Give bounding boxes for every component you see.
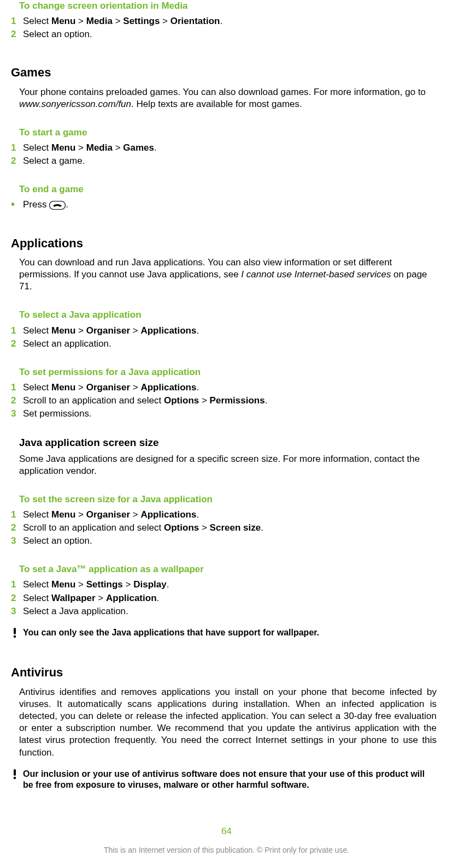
heading-applications: Applications bbox=[11, 236, 437, 252]
heading-java-screen-size: Java application screen size bbox=[19, 436, 437, 450]
step-text: Scroll to an application and select Opti… bbox=[23, 522, 437, 534]
step-row: 3 Select an option. bbox=[19, 535, 437, 547]
heading-antivirus: Antivirus bbox=[11, 665, 437, 681]
step-number: 1 bbox=[11, 325, 23, 337]
step-number: 1 bbox=[11, 509, 23, 521]
step-text: Select Wallpaper > Application. bbox=[23, 592, 437, 604]
step-number: 2 bbox=[11, 28, 23, 40]
step-text: Scroll to an application and select Opti… bbox=[23, 395, 437, 407]
step-row: 2 Scroll to an application and select Op… bbox=[19, 522, 437, 534]
step-text: Select Menu > Organiser > Applications. bbox=[23, 509, 437, 521]
bullet-icon: • bbox=[11, 199, 23, 211]
step-row: 2 Scroll to an application and select Op… bbox=[19, 395, 437, 407]
games-link: www.sonyericsson.com/fun bbox=[19, 99, 131, 109]
step-number: 2 bbox=[11, 395, 23, 407]
important-icon bbox=[11, 627, 23, 641]
important-icon bbox=[11, 769, 23, 792]
games-paragraph: Your phone contains preloaded games. You… bbox=[19, 86, 437, 110]
note-antivirus: Our inclusion or your use of antivirus s… bbox=[19, 769, 437, 792]
step-row: 1 Select Menu > Organiser > Applications… bbox=[19, 325, 437, 337]
step-number: 2 bbox=[11, 338, 23, 350]
step-number: 2 bbox=[11, 155, 23, 167]
step-number: 1 bbox=[11, 142, 23, 154]
step-row: • Press . bbox=[19, 199, 437, 211]
step-text: Select an option. bbox=[23, 28, 437, 40]
step-text: Select a Java application. bbox=[23, 605, 437, 617]
note-wallpaper: You can only see the Java applications t… bbox=[19, 627, 437, 641]
step-text: Select a game. bbox=[23, 155, 437, 167]
note-text: You can only see the Java applications t… bbox=[23, 627, 437, 641]
antivirus-paragraph: Antivirus identifies and removes applica… bbox=[19, 686, 437, 759]
heading-games: Games bbox=[11, 65, 437, 81]
step-number: 3 bbox=[11, 605, 23, 617]
svg-point-2 bbox=[14, 635, 16, 637]
task-title-permissions: To set permissions for a Java applicatio… bbox=[19, 366, 437, 378]
step-number: 3 bbox=[11, 408, 23, 420]
step-text: Set permissions. bbox=[23, 408, 437, 420]
step-number: 1 bbox=[11, 382, 23, 394]
page-number: 64 bbox=[0, 825, 453, 837]
task-title-start-game: To start a game bbox=[19, 127, 437, 139]
step-text: Select an application. bbox=[23, 338, 437, 350]
step-text: Press . bbox=[23, 199, 437, 211]
step-text: Select an option. bbox=[23, 535, 437, 547]
manual-page: To change screen orientation in Media 1 … bbox=[0, 0, 453, 868]
step-row: 3 Set permissions. bbox=[19, 408, 437, 420]
note-text: Our inclusion or your use of antivirus s… bbox=[23, 769, 437, 792]
task-title-select-java: To select a Java application bbox=[19, 309, 437, 321]
step-text: Select Menu > Organiser > Applications. bbox=[23, 382, 437, 394]
step-row: 1 Select Menu > Organiser > Applications… bbox=[19, 509, 437, 521]
task-title-orientation: To change screen orientation in Media bbox=[19, 0, 437, 12]
step-row: 1 Select Menu > Settings > Display. bbox=[19, 579, 437, 591]
svg-rect-1 bbox=[14, 628, 16, 634]
step-text: Select Menu > Settings > Display. bbox=[23, 579, 437, 591]
applications-paragraph: You can download and run Java applicatio… bbox=[19, 257, 437, 293]
step-number: 2 bbox=[11, 592, 23, 604]
step-row: 3 Select a Java application. bbox=[19, 605, 437, 617]
task-title-screen-size: To set the screen size for a Java applic… bbox=[19, 494, 437, 506]
step-row: 2 Select an option. bbox=[19, 28, 437, 40]
step-text: Select Menu > Organiser > Applications. bbox=[23, 325, 437, 337]
step-row: 1 Select Menu > Organiser > Applications… bbox=[19, 382, 437, 394]
step-text: Select Menu > Media > Settings > Orienta… bbox=[23, 15, 437, 27]
apps-crossref: I cannot use Internet-based services bbox=[241, 269, 391, 280]
svg-point-4 bbox=[14, 776, 16, 778]
step-row: 1 Select Menu > Media > Games. bbox=[19, 142, 437, 154]
svg-rect-3 bbox=[14, 769, 16, 776]
step-row: 1 Select Menu > Media > Settings > Orien… bbox=[19, 15, 437, 27]
end-call-key-icon bbox=[49, 201, 66, 210]
step-row: 2 Select Wallpaper > Application. bbox=[19, 592, 437, 604]
java-size-paragraph: Some Java applications are designed for … bbox=[19, 453, 437, 477]
step-text: Select Menu > Media > Games. bbox=[23, 142, 437, 154]
step-row: 2 Select a game. bbox=[19, 155, 437, 167]
step-number: 1 bbox=[11, 15, 23, 27]
page-content: To change screen orientation in Media 1 … bbox=[11, 0, 442, 791]
task-title-end-game: To end a game bbox=[19, 183, 437, 195]
footer-text: This is an Internet version of this publ… bbox=[0, 845, 453, 855]
step-row: 2 Select an application. bbox=[19, 338, 437, 350]
task-title-wallpaper: To set a Java™ application as a wallpape… bbox=[19, 563, 437, 575]
step-number: 3 bbox=[11, 535, 23, 547]
step-number: 2 bbox=[11, 522, 23, 534]
step-number: 1 bbox=[11, 579, 23, 591]
